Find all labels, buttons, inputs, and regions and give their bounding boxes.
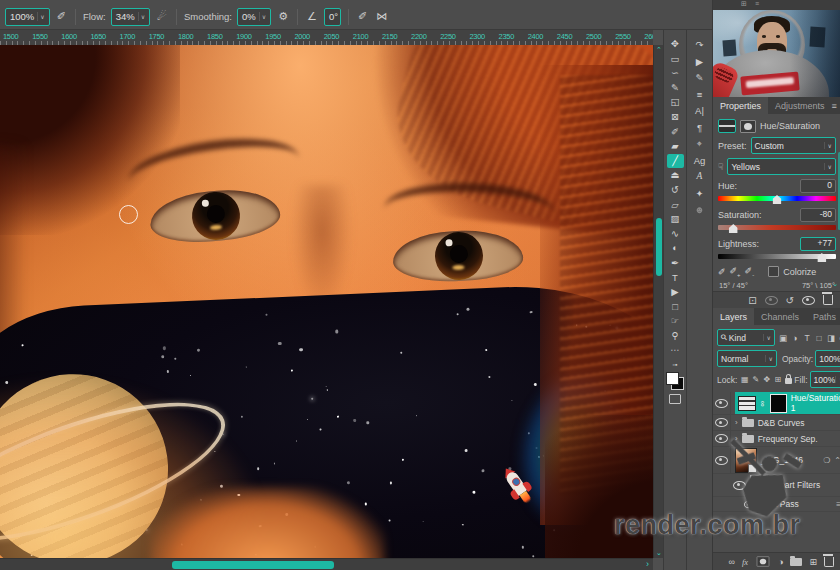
panel-menu-icon[interactable]: ≡ — [832, 101, 840, 111]
screen-mode-icon[interactable] — [669, 394, 681, 404]
type-tool[interactable]: T — [667, 271, 684, 285]
lock-option-icon[interactable]: ✥ — [761, 375, 772, 384]
eraser-tool[interactable]: ▱ — [667, 198, 684, 212]
reset-icon[interactable]: ↺ — [786, 295, 794, 306]
new-group-icon[interactable] — [790, 558, 802, 566]
preset-dropdown[interactable]: Custom ∨ — [751, 137, 836, 154]
layer-visibility-icon[interactable] — [715, 456, 728, 465]
targeted-adjustment-icon[interactable]: ☟ — [718, 162, 723, 172]
filter-type-icon[interactable]: ◑ — [789, 333, 801, 343]
scroll-down-icon[interactable]: ⌄ — [832, 280, 838, 288]
hue-slider[interactable] — [718, 195, 836, 204]
filter-type-icon[interactable]: T — [801, 333, 813, 343]
smoothing-dropdown[interactable]: 0% ∨ — [237, 8, 271, 26]
lock-option-icon[interactable]: ✎ — [750, 375, 761, 384]
brushes-panel[interactable]: ✎ — [690, 71, 710, 84]
hue-value-input[interactable]: 0 — [800, 179, 836, 193]
pen-tool[interactable]: ✒ — [667, 256, 684, 270]
lasso-tool[interactable]: ∽ — [667, 66, 684, 80]
filter-type-icon[interactable]: ◨ — [825, 333, 837, 343]
horizontal-ruler[interactable]: 1500155016001650170017501800185019001950… — [0, 30, 653, 46]
layer-name[interactable]: Frequency Sep. — [758, 434, 818, 444]
styles-panel[interactable]: A — [690, 170, 710, 183]
layer-name[interactable]: D&B Curves — [758, 418, 805, 428]
opacity-dropdown[interactable]: 100% ∨ — [815, 350, 840, 367]
layer-visibility-icon[interactable] — [715, 418, 728, 427]
link-layers-icon[interactable]: ∞ — [728, 557, 734, 567]
layer-row-hue-saturation[interactable]: ∞ Hue/Saturation 1 — [713, 392, 840, 415]
eyedropper-add-icon[interactable]: ✐+ — [730, 266, 741, 278]
actions-panel[interactable]: ▶ — [690, 55, 710, 68]
blend-mode-dropdown[interactable]: Normal ∨ — [717, 350, 777, 367]
healing-brush-tool[interactable]: ▰ — [667, 139, 684, 153]
delete-layer-icon[interactable] — [824, 557, 834, 567]
collapse-icon[interactable]: ⌃ — [834, 456, 840, 465]
pressure-size-icon[interactable]: ✐ — [356, 10, 369, 23]
layer-visibility-icon[interactable] — [715, 399, 728, 408]
history-brush-tool[interactable]: ↺ — [667, 183, 684, 197]
crop-tool[interactable]: ◱ — [667, 95, 684, 109]
airbrush-icon[interactable]: ☄ — [155, 10, 169, 23]
tab-adjustments[interactable]: Adjustments — [768, 97, 832, 114]
clip-to-layer-icon[interactable]: ⊡ — [748, 295, 756, 306]
lightness-value-input[interactable]: +77 — [800, 237, 836, 251]
tab-layers[interactable]: Layers — [713, 308, 754, 325]
saturation-value-input[interactable]: -80 — [800, 208, 836, 222]
eyedropper-icon[interactable]: ✐ — [718, 267, 726, 277]
move-tool[interactable]: ✥ — [667, 37, 684, 51]
tab-channels[interactable]: Channels — [754, 308, 806, 325]
vertical-scrollbar-thumb[interactable] — [656, 218, 662, 276]
channel-dropdown[interactable]: Yellows ∨ — [727, 158, 836, 175]
layer-name[interactable]: Hue/Saturation 1 — [791, 393, 840, 413]
layer-style-icon[interactable]: fx — [742, 557, 748, 567]
paragraph-panel[interactable]: ¶ — [690, 121, 710, 134]
eyedropper-subtract-icon[interactable]: ✐- — [745, 266, 755, 278]
visibility-icon[interactable] — [802, 296, 815, 305]
tab-properties[interactable]: Properties — [713, 97, 768, 114]
add-mask-icon[interactable] — [757, 556, 770, 566]
lock-option-icon[interactable]: ⊞ — [772, 375, 783, 384]
layer-visibility-icon[interactable] — [715, 434, 728, 443]
view-previous-state-icon[interactable] — [765, 296, 778, 305]
plugin-panel[interactable]: ☻ — [690, 203, 710, 216]
horizontal-scrollbar-thumb[interactable] — [172, 561, 334, 569]
layer-mask-thumbnail[interactable] — [770, 394, 787, 413]
canvas[interactable] — [0, 45, 653, 558]
gradient-tool[interactable]: ▨ — [667, 212, 684, 226]
delete-adjustment-icon[interactable] — [823, 295, 833, 305]
scroll-right-icon[interactable]: › — [646, 559, 649, 569]
character-panel[interactable]: A| — [690, 104, 710, 117]
fill-dropdown[interactable]: 100% ∨ — [810, 371, 840, 388]
quick-mask-icon[interactable]: ▫▪ — [673, 361, 678, 368]
symmetry-icon[interactable]: ⋈ — [374, 10, 389, 23]
new-adjustment-icon[interactable]: ◑ — [778, 557, 783, 567]
edit-toolbar[interactable]: ⋯ — [667, 343, 684, 357]
mask-icon[interactable] — [740, 120, 756, 133]
marquee-tool[interactable]: ▭ — [667, 52, 684, 66]
hand-tool[interactable]: ☞ — [667, 314, 684, 328]
smudge-tool[interactable]: ∿ — [667, 227, 684, 241]
lightness-slider[interactable] — [718, 253, 836, 262]
foreground-color-swatch[interactable] — [666, 372, 679, 385]
layer-row-db-curves[interactable]: › D&B Curves — [713, 415, 840, 431]
quick-selection-tool[interactable]: ✎ — [667, 81, 684, 95]
horizontal-scrollbar[interactable]: › — [0, 558, 653, 570]
glyphs-panel[interactable]: Ag — [690, 154, 710, 167]
clone-source-panel[interactable]: ⌖ — [690, 137, 710, 150]
shape-tool[interactable]: □ — [667, 300, 684, 314]
filter-kind-dropdown[interactable]: ⚲ Kind ∨ — [717, 329, 775, 346]
new-layer-icon[interactable]: ⊞ — [809, 557, 817, 567]
filter-options-icon[interactable]: ≡ — [836, 500, 840, 509]
brush-settings-panel[interactable]: ≡ — [690, 88, 710, 101]
expand-group-icon[interactable]: › — [735, 418, 738, 427]
colorize-checkbox[interactable] — [768, 266, 779, 277]
history-panel[interactable]: ↷ — [690, 38, 710, 51]
color-swatches[interactable] — [666, 372, 684, 390]
flow-dropdown[interactable]: 34% ∨ — [111, 8, 150, 26]
clone-stamp-tool[interactable]: ⏏ — [667, 168, 684, 182]
brush-tool[interactable]: ╱ — [667, 154, 684, 168]
saturation-slider[interactable] — [718, 224, 836, 233]
frame-tool[interactable]: ⊠ — [667, 110, 684, 124]
adjustment-thumbnail[interactable] — [738, 396, 756, 411]
brush-angle-input[interactable]: 0° — [324, 8, 341, 26]
